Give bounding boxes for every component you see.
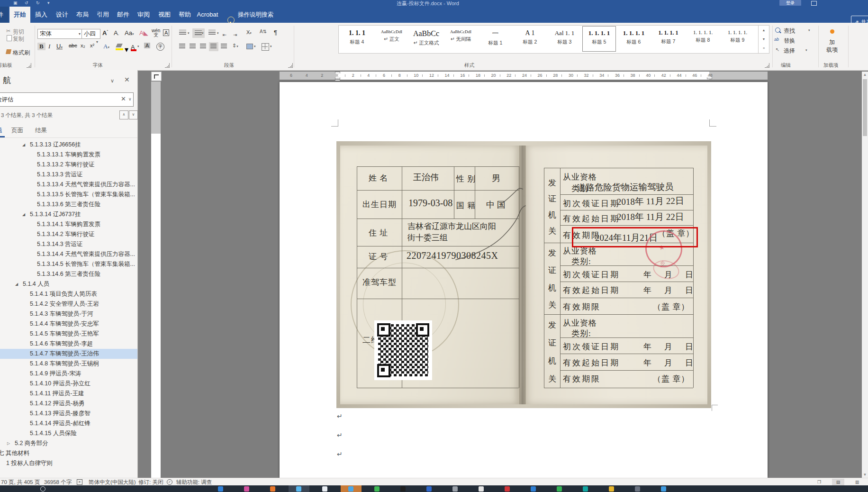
font-dialog-launcher-icon[interactable] [165,63,170,68]
nav-item[interactable]: 5.1.4.1 项目负责人简历表 [0,289,137,299]
style-↵ 正文[interactable]: AaBbCcDdI↵ 正文 [374,26,409,52]
addins-button[interactable]: 加 [829,38,835,46]
tell-me-search[interactable]: 操作说明搜索 [238,7,273,23]
cut-icon[interactable]: ✂ [6,28,10,34]
numbering-button[interactable]: ▾ [192,28,205,38]
style-标题 2[interactable]: A 1标题 2 [513,26,547,52]
ruler-left-margin[interactable] [280,72,338,80]
nav-item[interactable]: 5.1.4.4 车辆驾驶员-安忠军 [0,319,137,329]
nav-tab-headings[interactable]: 题 [0,127,2,135]
phonetic-guide-icon[interactable]: wén文 [152,28,160,37]
nav-item[interactable]: 5.1.4.10 押运员-孙立红 [0,379,137,389]
sort-icon[interactable]: A⇅ [260,29,267,34]
underline-button[interactable]: U▾ [56,43,63,50]
nav-item[interactable]: 5.1.3.14.3 营运证 [0,239,137,249]
styles-gallery-scroll[interactable]: ▲▼≡ [758,25,769,54]
taskbar-app-icon[interactable] [452,486,458,492]
taskbar-app-icon[interactable] [479,486,484,492]
nav-item[interactable]: 5.1.4.11 押运员-王建 [0,389,137,399]
nav-item[interactable]: 5.1.3.13.1 车辆购置发票 [0,150,137,160]
nav-item[interactable]: 5.1.3.14.4 天然气管束提供压力容器... [0,249,137,259]
style-标题 8[interactable]: 1. 1. 1. 1.标题 8 [686,26,720,52]
ribbon-tab-设计[interactable]: 设计 [52,7,72,23]
borders-icon[interactable] [262,43,269,51]
window-restore-icon[interactable] [811,1,817,6]
nav-item[interactable]: 5.1.4.5 车辆驾驶员-王艳军 [0,329,137,339]
language-indicator[interactable]: 简体中文(中国大陆) [89,479,136,486]
nav-item[interactable]: 5.1.4.3 车辆驾驶员-于河 [0,309,137,319]
nav-item[interactable]: 5.1.3.13.3 营运证 [0,170,137,180]
nav-item[interactable]: 1 投标人自律守则 [0,458,137,468]
select-button[interactable]: 选择 [784,47,795,55]
find-button[interactable]: 查找 [784,27,795,35]
accessibility-status[interactable]: 辅助功能: 调查 [176,479,212,486]
nav-pane-chevron-icon[interactable]: ∨ [110,78,114,84]
decrease-indent-icon[interactable]: ⇤ [223,30,226,38]
ribbon-tab-引用[interactable]: 引用 [93,7,113,23]
taskbar-app-icon[interactable] [531,486,536,492]
font-size-select[interactable]: 小四▾ [81,29,100,39]
line-spacing-icon[interactable]: ⇕▾ [232,43,238,49]
taskbar-app-icon[interactable] [40,486,45,492]
certificate-photo[interactable]: 姓 名 王治伟 性 别 男 出生日期 1979-03-08 国 籍 中 国 住 … [336,141,711,408]
style-标题 4[interactable]: 1. 1. 1标题 4 [340,26,374,52]
character-border-icon[interactable]: A [163,29,169,36]
track-changes-indicator[interactable]: 修订: 关闭 [138,479,163,486]
taskbar-app-icon[interactable] [244,486,249,492]
grow-font-icon[interactable]: Aˆ [102,29,108,36]
nav-item[interactable]: 5.1.3.14.1 车辆购置发票 [0,219,137,229]
next-result-button[interactable]: ∨ [129,110,138,119]
enclose-characters-icon[interactable]: 字 [156,43,164,51]
save-icon[interactable]: ▣ [13,0,18,5]
taskbar-app-icon[interactable] [322,486,327,492]
distribute-icon[interactable] [221,44,227,49]
sign-in-button[interactable]: 登录 [779,0,801,6]
left-indent-marker[interactable] [335,79,340,81]
taskbar-app-icon[interactable] [661,486,666,492]
style-↵ 无间隔[interactable]: AaBbCcDdI↵ 无间隔 [443,26,478,52]
nav-item[interactable]: 5.1.3.13.4 天然气管束提供压力容器... [0,180,137,190]
format-painter-button[interactable]: 格式刷 [13,49,30,57]
taskbar-app-icon[interactable] [296,486,301,492]
scroll-up-icon[interactable]: ▲ [862,72,868,78]
style-↵ 正文格式[interactable]: AaBbCc↵ 正文格式 [409,26,443,52]
ribbon-tab-邮件[interactable]: 邮件 [113,7,133,23]
undo-icon[interactable]: ↺ [25,0,28,5]
scrollbar-thumb[interactable] [863,79,867,136]
collapse-icon[interactable]: ◢ [22,210,25,219]
nav-search-input[interactable]: 险评估 ✕ ∨ [0,92,134,107]
copy-button[interactable]: 复制 [13,35,24,43]
text-effects-icon[interactable]: A▾ [103,43,109,50]
align-left-icon[interactable] [179,44,185,49]
justify-button[interactable] [209,42,218,51]
taskbar-app-icon[interactable] [635,486,640,492]
ribbon-tab-开始[interactable]: 开始 [9,7,30,23]
ribbon-tab-布局[interactable]: 布局 [72,7,92,23]
styles-dialog-launcher-icon[interactable] [765,63,769,68]
shrink-font-icon[interactable]: Aˇ [114,29,119,37]
nav-item[interactable]: 七 其他材料 [0,448,137,458]
font-name-select[interactable]: 宋体▾ [37,29,83,39]
ribbon-tab-视图[interactable]: 视图 [154,7,174,23]
search-options-icon[interactable]: ∨ [128,97,132,101]
font-color-icon[interactable]: A▾ [131,43,135,51]
clear-search-icon[interactable]: ✕ [121,95,126,102]
nav-item[interactable]: 5.1.3.13.5 长管拖车（管束车集装箱... [0,190,137,200]
subscript-button[interactable]: x₂ [81,43,85,48]
style-标题 5[interactable]: 1. 1. 1. 1标题 5 [582,26,616,52]
read-mode-button[interactable]: ❐ [813,479,825,485]
nav-pane-close-icon[interactable]: ✕ [124,76,130,83]
bold-button[interactable]: B [37,43,45,50]
collapse-icon[interactable]: ◢ [15,279,18,289]
copy-icon[interactable] [7,35,12,41]
page-indicator[interactable]: 70 页, 共 405 页 [1,479,40,486]
nav-item[interactable]: 5.1.3.13.6 第三者责任险 [0,200,137,210]
nav-item[interactable]: 5.1.4.7 车辆驾驶员-王治伟 [0,349,137,359]
style-标题 1[interactable]: 一标题 1 [478,26,513,52]
scroll-down-icon[interactable]: ▼ [862,472,868,478]
nav-item[interactable]: 5.1.4.14 押运员-郝红锋 [0,419,137,428]
ribbon-tab-帮助[interactable]: 帮助 [175,7,195,23]
increase-indent-icon[interactable]: ⇥ [233,30,237,38]
format-painter-icon[interactable] [6,49,11,54]
nav-item[interactable]: 5.1.4.9 押运员-宋涛 [0,369,137,379]
